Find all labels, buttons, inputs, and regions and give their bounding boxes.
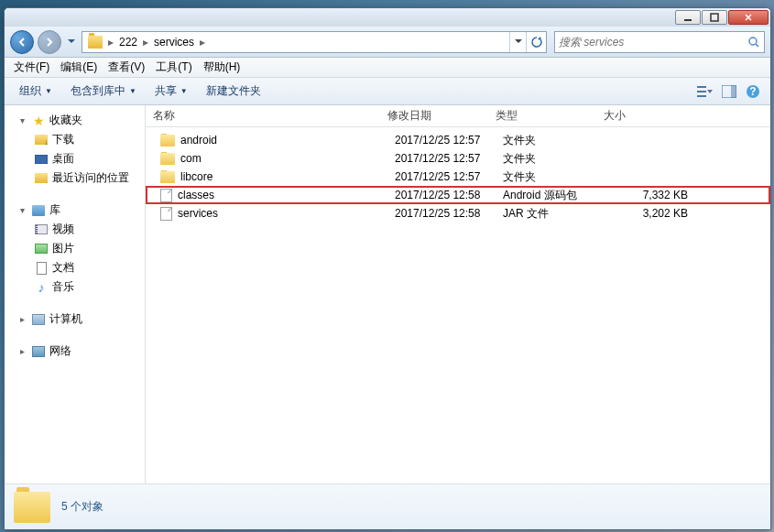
svg-rect-0 bbox=[684, 19, 692, 21]
folder-icon bbox=[160, 171, 175, 183]
file-date: 2017/12/25 12:57 bbox=[387, 152, 496, 165]
music-icon: ♪ bbox=[34, 280, 49, 295]
file-date: 2017/12/25 12:57 bbox=[387, 134, 496, 147]
breadcrumb-arrow[interactable]: ▸ bbox=[141, 36, 150, 49]
folder-icon bbox=[88, 36, 103, 49]
folder-icon bbox=[160, 135, 175, 147]
search-input[interactable] bbox=[559, 36, 747, 49]
file-type: 文件夹 bbox=[496, 133, 604, 148]
file-name: services bbox=[178, 207, 218, 220]
desktop-icon bbox=[35, 155, 48, 164]
collapse-icon[interactable]: ▾ bbox=[17, 205, 27, 215]
column-headers: 名称 修改日期 类型 大小 bbox=[146, 105, 770, 127]
sidebar-pictures[interactable]: 图片 bbox=[5, 239, 145, 258]
refresh-button[interactable] bbox=[526, 32, 546, 52]
address-dropdown[interactable] bbox=[509, 32, 526, 52]
file-row[interactable]: classes2017/12/25 12:58Android 源码包7,332 … bbox=[146, 186, 770, 204]
breadcrumb-item[interactable]: 222 bbox=[115, 36, 141, 49]
search-box[interactable] bbox=[554, 31, 765, 53]
breadcrumb-arrow[interactable]: ▸ bbox=[198, 36, 207, 49]
column-size[interactable]: 大小 bbox=[596, 105, 688, 126]
view-options-button[interactable] bbox=[695, 81, 715, 102]
file-type: JAR 文件 bbox=[496, 206, 604, 222]
column-date[interactable]: 修改日期 bbox=[380, 105, 488, 126]
address-bar-wrapper: ▸ 222 ▸ services ▸ bbox=[82, 31, 547, 53]
close-button[interactable] bbox=[728, 10, 769, 25]
network-icon bbox=[32, 346, 45, 357]
file-row[interactable]: services2017/12/25 12:58JAR 文件3,202 KB bbox=[146, 204, 770, 223]
file-name: libcore bbox=[180, 170, 213, 183]
file-name: classes bbox=[178, 189, 214, 201]
menu-help[interactable]: 帮助(H) bbox=[198, 58, 246, 77]
titlebar bbox=[5, 8, 770, 27]
menu-tools[interactable]: 工具(T) bbox=[150, 58, 197, 77]
menu-bar: 文件(F) 编辑(E) 查看(V) 工具(T) 帮助(H) bbox=[5, 58, 770, 78]
expand-icon[interactable]: ▸ bbox=[17, 314, 27, 324]
menu-file[interactable]: 文件(F) bbox=[8, 58, 55, 77]
body: ▾★收藏夹 下载 桌面 最近访问的位置 ▾库 视频 图片 文档 ♪音乐 ▸计算机… bbox=[5, 105, 770, 483]
menu-edit[interactable]: 编辑(E) bbox=[55, 58, 103, 77]
file-row[interactable]: libcore2017/12/25 12:57文件夹 bbox=[146, 168, 770, 186]
include-in-library-button[interactable]: 包含到库中▼ bbox=[63, 81, 144, 102]
status-text: 5 个对象 bbox=[61, 499, 104, 515]
file-row[interactable]: android2017/12/25 12:57文件夹 bbox=[146, 131, 770, 149]
search-icon bbox=[747, 36, 760, 49]
collapse-icon[interactable]: ▾ bbox=[17, 115, 27, 125]
organize-button[interactable]: 组织▼ bbox=[12, 81, 60, 102]
sidebar-computer[interactable]: ▸计算机 bbox=[5, 309, 145, 329]
sidebar-favorites[interactable]: ▾★收藏夹 bbox=[5, 111, 145, 130]
file-size: 7,332 KB bbox=[604, 189, 695, 201]
preview-pane-button[interactable] bbox=[719, 81, 739, 102]
file-type: 文件夹 bbox=[496, 169, 604, 185]
menu-view[interactable]: 查看(V) bbox=[103, 58, 150, 77]
library-icon bbox=[32, 205, 45, 216]
file-date: 2017/12/25 12:58 bbox=[387, 189, 496, 201]
file-date: 2017/12/25 12:57 bbox=[387, 170, 496, 183]
sidebar-documents[interactable]: 文档 bbox=[5, 258, 145, 277]
forward-button[interactable] bbox=[38, 30, 61, 54]
status-bar: 5 个对象 bbox=[5, 483, 770, 529]
file-row[interactable]: com2017/12/25 12:57文件夹 bbox=[146, 149, 770, 168]
back-button[interactable] bbox=[10, 30, 34, 54]
svg-rect-5 bbox=[697, 95, 706, 97]
nav-history-dropdown[interactable] bbox=[65, 33, 78, 51]
breadcrumb-item[interactable]: services bbox=[150, 36, 198, 49]
toolbar: 组织▼ 包含到库中▼ 共享▼ 新建文件夹 ? bbox=[5, 78, 770, 105]
sidebar-downloads[interactable]: 下载 bbox=[5, 130, 145, 149]
folder-icon bbox=[14, 492, 50, 523]
download-icon bbox=[35, 135, 48, 145]
computer-icon bbox=[32, 314, 45, 325]
svg-rect-1 bbox=[711, 14, 718, 21]
file-date: 2017/12/25 12:58 bbox=[387, 207, 496, 220]
breadcrumb-arrow[interactable]: ▸ bbox=[106, 36, 115, 49]
share-button[interactable]: 共享▼ bbox=[147, 81, 195, 102]
sidebar-libraries[interactable]: ▾库 bbox=[5, 201, 145, 220]
expand-icon[interactable]: ▸ bbox=[17, 346, 27, 356]
file-icon bbox=[160, 207, 172, 221]
minimize-button[interactable] bbox=[675, 10, 701, 25]
recent-icon bbox=[35, 173, 48, 183]
picture-icon bbox=[35, 244, 48, 254]
svg-rect-4 bbox=[697, 91, 706, 92]
svg-text:?: ? bbox=[749, 85, 756, 98]
file-name: android bbox=[180, 134, 217, 147]
help-button[interactable]: ? bbox=[743, 81, 763, 102]
sidebar-recent[interactable]: 最近访问的位置 bbox=[5, 168, 145, 188]
column-name[interactable]: 名称 bbox=[146, 105, 380, 126]
address-bar[interactable]: ▸ 222 ▸ services ▸ bbox=[82, 32, 509, 52]
sidebar: ▾★收藏夹 下载 桌面 最近访问的位置 ▾库 视频 图片 文档 ♪音乐 ▸计算机… bbox=[5, 105, 146, 483]
star-icon: ★ bbox=[31, 114, 46, 128]
column-type[interactable]: 类型 bbox=[488, 105, 596, 126]
file-size: 3,202 KB bbox=[604, 207, 695, 220]
maximize-button[interactable] bbox=[702, 10, 727, 25]
sidebar-network[interactable]: ▸网络 bbox=[5, 342, 145, 361]
file-list: android2017/12/25 12:57文件夹com2017/12/25 … bbox=[146, 127, 770, 483]
sidebar-videos[interactable]: 视频 bbox=[5, 220, 145, 239]
video-icon bbox=[35, 224, 48, 234]
sidebar-music[interactable]: ♪音乐 bbox=[5, 277, 145, 297]
new-folder-button[interactable]: 新建文件夹 bbox=[199, 81, 268, 102]
sidebar-desktop[interactable]: 桌面 bbox=[5, 149, 145, 168]
explorer-window: ▸ 222 ▸ services ▸ 文件(F) 编辑(E) 查看(V) 工具(… bbox=[4, 7, 771, 530]
nav-bar: ▸ 222 ▸ services ▸ bbox=[5, 27, 770, 58]
folder-icon bbox=[160, 153, 175, 165]
